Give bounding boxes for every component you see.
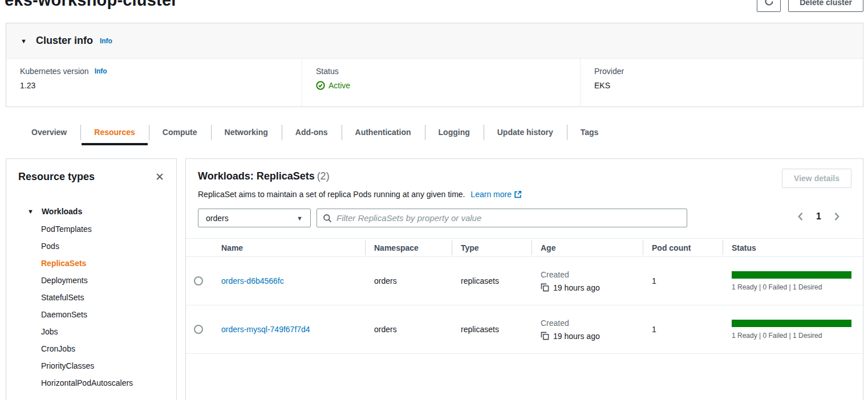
status-text: 1 Ready | 0 Failed | 1 Desired <box>732 332 851 340</box>
kubernetes-version-label: Kubernetes version <box>20 67 89 76</box>
type-cell: replicasets <box>455 325 535 334</box>
panel-count: (2) <box>317 170 330 182</box>
table-row: orders-d6b4566fc orders replicasets Crea… <box>186 257 863 305</box>
replicaset-name-link[interactable]: orders-mysql-749f67f7d4 <box>221 325 310 334</box>
copy-icon[interactable] <box>541 283 549 292</box>
column-header-status[interactable]: Status <box>726 243 863 252</box>
tab-resources[interactable]: Resources <box>80 120 149 145</box>
kubernetes-version-info-link[interactable]: Info <box>95 67 107 75</box>
filter-search-input[interactable] <box>336 213 681 223</box>
chevron-right-icon[interactable] <box>831 211 842 222</box>
current-page[interactable]: 1 <box>814 211 823 222</box>
page-title: eks-workshop-cluster <box>5 0 178 10</box>
age-cell: Created 19 hours ago <box>535 270 646 292</box>
tab-compute[interactable]: Compute <box>149 120 211 145</box>
row-select-radio[interactable] <box>194 325 203 334</box>
age-value: 19 hours ago <box>553 283 600 292</box>
cluster-tabs: Overview Resources Compute Networking Ad… <box>18 120 612 145</box>
sidebar-item-priorityclasses[interactable]: PriorityClasses <box>6 357 176 374</box>
sidebar-item-horizontalpodautoscalers[interactable]: HorizontalPodAutoscalers <box>6 374 176 391</box>
tree-group-workloads-label: Workloads <box>42 207 82 216</box>
age-value: 19 hours ago <box>553 332 600 341</box>
sidebar-item-jobs[interactable]: Jobs <box>6 323 176 340</box>
cluster-info-header[interactable]: ▼ Cluster info Info <box>6 23 863 59</box>
resource-types-panel: Resource types ✕ ▼ Workloads PodTemplate… <box>6 158 177 400</box>
column-header-namespace[interactable]: Namespace <box>368 243 455 252</box>
tree-group-workloads[interactable]: ▼ Workloads <box>6 205 176 218</box>
provider-value: EKS <box>594 81 863 90</box>
table-row: orders-mysql-749f67f7d4 orders replicase… <box>186 305 863 354</box>
panel-heading: Workloads: ReplicaSets <box>198 170 315 182</box>
chevron-left-icon[interactable] <box>795 211 806 222</box>
sidebar-item-cronjobs[interactable]: CronJobs <box>6 340 176 357</box>
age-label: Created <box>541 319 646 328</box>
status-text: 1 Ready | 0 Failed | 1 Desired <box>732 283 851 291</box>
sidebar-item-deployments[interactable]: Deployments <box>6 272 176 289</box>
namespace-cell: orders <box>368 276 455 285</box>
status-cell: 1 Ready | 0 Failed | 1 Desired <box>726 271 863 291</box>
tab-add-ons[interactable]: Add-ons <box>282 120 342 145</box>
tab-networking[interactable]: Networking <box>211 120 282 145</box>
tab-tags[interactable]: Tags <box>567 120 613 145</box>
replicaset-name-link[interactable]: orders-d6b4566fc <box>221 276 284 285</box>
filter-scope-select[interactable]: orders ▼ <box>198 209 311 227</box>
filter-row: orders ▼ 1 <box>198 209 851 227</box>
tab-overview[interactable]: Overview <box>18 120 80 145</box>
cluster-info-info-link[interactable]: Info <box>100 37 112 45</box>
provider-label: Provider <box>594 67 863 76</box>
cluster-info-title: Cluster info <box>36 35 93 47</box>
namespace-cell: orders <box>368 325 455 334</box>
status-bar <box>732 271 851 279</box>
status-value: Active <box>328 81 350 90</box>
tab-logging[interactable]: Logging <box>425 120 484 145</box>
status-cell: 1 Ready | 0 Failed | 1 Desired <box>726 320 863 340</box>
panel-description: ReplicaSet aims to maintain a set of rep… <box>198 190 465 199</box>
sidebar-item-statefulsets[interactable]: StatefulSets <box>6 289 176 306</box>
pagination: 1 <box>795 211 842 222</box>
header-actions: Delete cluster <box>757 0 863 12</box>
sidebar-item-daemonsets[interactable]: DaemonSets <box>6 306 176 323</box>
resource-types-title: Resource types <box>18 171 95 183</box>
chevron-down-icon: ▼ <box>27 208 34 215</box>
column-header-type[interactable]: Type <box>455 243 535 252</box>
resource-types-tree: ▼ Workloads PodTemplates Pods ReplicaSet… <box>6 205 176 400</box>
table-header-row: Name Namespace Type Age Pod count Status <box>186 238 863 257</box>
sidebar-item-podtemplates[interactable]: PodTemplates <box>6 221 176 238</box>
column-header-age[interactable]: Age <box>535 243 646 252</box>
chevron-down-icon: ▼ <box>297 215 303 222</box>
status-label: Status <box>316 67 580 76</box>
pod-count-cell: 1 <box>646 325 726 334</box>
delete-cluster-button[interactable]: Delete cluster <box>788 0 863 12</box>
age-cell: Created 19 hours ago <box>535 319 646 341</box>
replicasets-panel: Workloads: ReplicaSets (2) View details … <box>185 158 863 400</box>
kubernetes-version-field: Kubernetes version Info 1.23 <box>6 59 302 107</box>
section-expand-icon[interactable]: ▼ <box>21 38 27 44</box>
column-header-name[interactable]: Name <box>216 243 368 252</box>
filter-scope-value: orders <box>206 214 229 223</box>
pod-count-cell: 1 <box>646 276 726 285</box>
search-box[interactable] <box>317 209 687 227</box>
cluster-info-body: Kubernetes version Info 1.23 Status Acti… <box>6 59 863 107</box>
refresh-icon <box>764 0 774 8</box>
learn-more-link[interactable]: Learn more <box>470 190 512 199</box>
sidebar-item-pods[interactable]: Pods <box>6 238 176 255</box>
status-bar <box>732 320 851 327</box>
copy-icon[interactable] <box>541 332 549 340</box>
external-link-icon <box>514 191 522 200</box>
type-cell: replicasets <box>455 276 535 285</box>
close-icon[interactable]: ✕ <box>155 172 164 182</box>
search-icon <box>323 214 332 223</box>
refresh-button[interactable] <box>757 0 781 12</box>
tab-authentication[interactable]: Authentication <box>342 120 425 145</box>
sidebar-item-replicasets[interactable]: ReplicaSets <box>6 255 176 272</box>
column-header-pod-count[interactable]: Pod count <box>646 243 726 252</box>
kubernetes-version-value: 1.23 <box>20 81 302 90</box>
provider-field: Provider EKS <box>580 59 863 107</box>
tab-update-history[interactable]: Update history <box>484 120 567 145</box>
row-select-radio[interactable] <box>194 276 203 285</box>
status-field: Status Active <box>302 59 580 107</box>
status-check-icon <box>316 81 325 90</box>
age-label: Created <box>541 270 646 279</box>
cluster-info-panel: ▼ Cluster info Info Kubernetes version I… <box>6 23 863 107</box>
view-details-button[interactable]: View details <box>782 169 851 188</box>
